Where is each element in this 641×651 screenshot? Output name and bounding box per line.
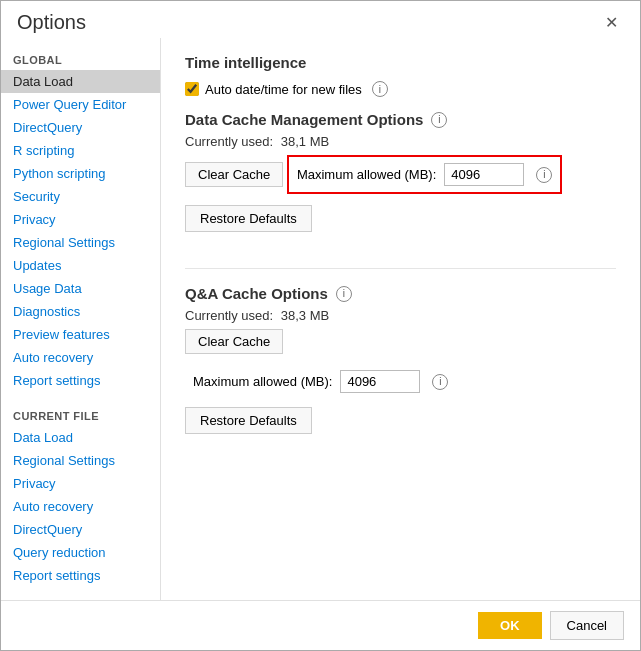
data-cache-used: Currently used: 38,1 MB — [185, 134, 616, 149]
sidebar-item-python-scripting[interactable]: Python scripting — [1, 162, 160, 185]
sidebar-item-power-query-editor[interactable]: Power Query Editor — [1, 93, 160, 116]
data-cache-max-label: Maximum allowed (MB): — [297, 167, 436, 182]
time-intelligence-title: Time intelligence — [185, 54, 616, 71]
sidebar-item-diagnostics[interactable]: Diagnostics — [1, 300, 160, 323]
sidebar-item-auto-recovery-global[interactable]: Auto recovery — [1, 346, 160, 369]
close-button[interactable]: ✕ — [599, 11, 624, 34]
qa-cache-max-input[interactable] — [340, 370, 420, 393]
data-cache-section: Data Cache Management Options i Currentl… — [185, 111, 616, 248]
sidebar-item-r-scripting[interactable]: R scripting — [1, 139, 160, 162]
qa-cache-title: Q&A Cache Options — [185, 285, 328, 302]
sidebar-item-report-settings-cf[interactable]: Report settings — [1, 564, 160, 587]
sidebar-item-auto-recovery-cf[interactable]: Auto recovery — [1, 495, 160, 518]
sidebar-item-directquery-cf[interactable]: DirectQuery — [1, 518, 160, 541]
qa-cache-used: Currently used: 38,3 MB — [185, 308, 616, 323]
auto-date-time-label: Auto date/time for new files — [205, 82, 362, 97]
sidebar-item-data-load-cf[interactable]: Data Load — [1, 426, 160, 449]
ok-button[interactable]: OK — [478, 612, 542, 639]
sidebar-item-security[interactable]: Security — [1, 185, 160, 208]
main-content: Time intelligence Auto date/time for new… — [161, 38, 640, 600]
sidebar-item-regional-settings[interactable]: Regional Settings — [1, 231, 160, 254]
dialog-header: Options ✕ — [1, 1, 640, 38]
sidebar-item-directquery[interactable]: DirectQuery — [1, 116, 160, 139]
data-cache-title: Data Cache Management Options — [185, 111, 423, 128]
data-cache-info-icon: i — [431, 112, 447, 128]
sidebar-item-updates[interactable]: Updates — [1, 254, 160, 277]
qa-cache-section: Q&A Cache Options i Currently used: 38,3… — [185, 285, 616, 450]
qa-cache-restore-button[interactable]: Restore Defaults — [185, 407, 312, 434]
dialog-footer: OK Cancel — [1, 600, 640, 650]
global-section-label: GLOBAL — [1, 46, 160, 70]
sidebar-item-report-settings-global[interactable]: Report settings — [1, 369, 160, 392]
sidebar-item-regional-settings-cf[interactable]: Regional Settings — [1, 449, 160, 472]
auto-date-time-checkbox[interactable] — [185, 82, 199, 96]
data-cache-max-allowed-row: Maximum allowed (MB): i — [287, 155, 562, 194]
data-cache-max-info-icon: i — [536, 167, 552, 183]
data-cache-restore-button[interactable]: Restore Defaults — [185, 205, 312, 232]
qa-cache-max-info-icon: i — [432, 374, 448, 390]
qa-cache-max-allowed-row: Maximum allowed (MB): i — [185, 364, 616, 399]
cancel-button[interactable]: Cancel — [550, 611, 624, 640]
sidebar-item-preview-features[interactable]: Preview features — [1, 323, 160, 346]
auto-date-time-info-icon: i — [372, 81, 388, 97]
current-file-section-label: CURRENT FILE — [1, 402, 160, 426]
section-divider — [185, 268, 616, 269]
data-cache-clear-button[interactable]: Clear Cache — [185, 162, 283, 187]
qa-cache-max-label: Maximum allowed (MB): — [193, 374, 332, 389]
dialog-body: GLOBAL Data Load Power Query Editor Dire… — [1, 38, 640, 600]
sidebar-item-usage-data[interactable]: Usage Data — [1, 277, 160, 300]
dialog-title: Options — [17, 11, 86, 34]
sidebar-item-data-load[interactable]: Data Load — [1, 70, 160, 93]
sidebar: GLOBAL Data Load Power Query Editor Dire… — [1, 38, 161, 600]
qa-cache-info-icon: i — [336, 286, 352, 302]
sidebar-item-privacy-cf[interactable]: Privacy — [1, 472, 160, 495]
options-dialog: Options ✕ GLOBAL Data Load Power Query E… — [0, 0, 641, 651]
auto-date-time-row: Auto date/time for new files i — [185, 81, 616, 97]
sidebar-item-query-reduction-cf[interactable]: Query reduction — [1, 541, 160, 564]
sidebar-item-privacy[interactable]: Privacy — [1, 208, 160, 231]
data-cache-max-input[interactable] — [444, 163, 524, 186]
qa-cache-clear-button[interactable]: Clear Cache — [185, 329, 283, 354]
